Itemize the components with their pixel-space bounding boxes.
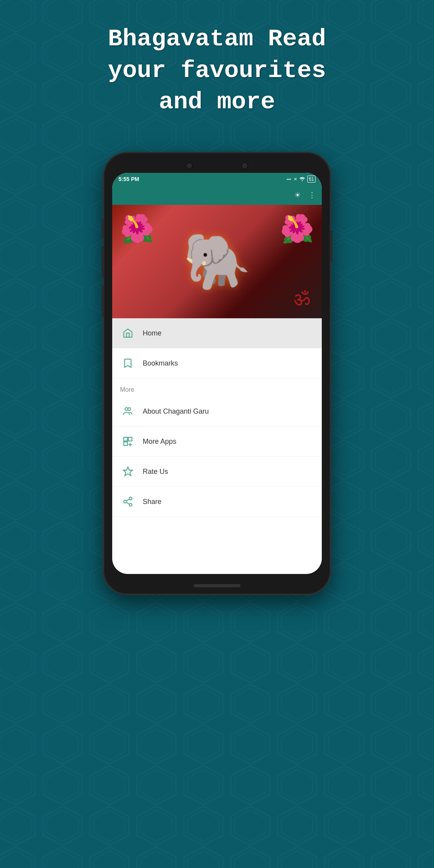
mute-button <box>102 219 104 239</box>
menu-item-about[interactable]: About Chaganti Garu <box>112 396 322 427</box>
front-camera <box>186 162 193 169</box>
hero-image: 🌺 🐘 🌺 ॐ <box>112 205 322 318</box>
home-icon <box>120 325 136 341</box>
menu-item-share[interactable]: Share <box>112 487 322 517</box>
group-icon <box>120 404 136 419</box>
om-symbol: ॐ <box>294 287 310 310</box>
menu-item-rate-us[interactable]: Rate Us <box>112 457 322 487</box>
menu-item-bookmarks[interactable]: Bookmarks <box>112 348 322 378</box>
volume-up-button <box>102 246 104 278</box>
svg-point-9 <box>124 500 127 503</box>
svg-line-12 <box>126 499 129 501</box>
home-indicator <box>194 584 240 587</box>
phone-top-bar <box>170 160 264 171</box>
svg-point-1 <box>128 408 131 411</box>
x-icon: ✕ <box>294 177 297 182</box>
power-button <box>330 231 332 262</box>
status-time: 5:55 PM <box>118 176 139 182</box>
status-bar: 5:55 PM ••• ✕ 61 <box>112 173 322 185</box>
brightness-icon[interactable]: ☀ <box>294 191 301 199</box>
phone-screen: 5:55 PM ••• ✕ 61 ☀ ⋮ <box>112 173 322 574</box>
svg-line-11 <box>126 502 129 504</box>
title-line3: and more <box>159 88 275 116</box>
more-apps-label: More Apps <box>143 438 176 446</box>
menu-item-home[interactable]: Home <box>112 318 322 348</box>
section-more: More <box>112 378 322 396</box>
menu-item-more-apps[interactable]: More Apps <box>112 427 322 457</box>
bookmarks-label: Bookmarks <box>143 359 178 368</box>
share-drawer-icon <box>120 494 136 509</box>
svg-point-8 <box>129 497 132 500</box>
app-title: Bhagavatam Read your favourites and more <box>0 23 434 118</box>
more-section-label: More <box>120 386 134 393</box>
star-icon <box>120 464 136 479</box>
title-line2: your favourites <box>108 57 326 84</box>
ganesha-image: 🌺 🐘 🌺 ॐ <box>112 205 322 318</box>
svg-rect-4 <box>124 442 127 445</box>
svg-marker-7 <box>123 467 132 475</box>
app-bar: ☀ ⋮ <box>112 185 322 205</box>
share-label: Share <box>143 498 161 506</box>
about-label: About Chaganti Garu <box>143 407 209 416</box>
overflow-menu-icon[interactable]: ⋮ <box>308 191 316 199</box>
status-icons: ••• ✕ 61 <box>287 176 316 183</box>
wifi-icon <box>299 176 305 182</box>
svg-rect-2 <box>124 438 127 441</box>
phone-bezel: 5:55 PM ••• ✕ 61 ☀ ⋮ <box>104 152 330 594</box>
title-line1: Bhagavatam Read <box>108 25 326 53</box>
svg-point-10 <box>129 504 132 506</box>
earpiece-speaker <box>197 164 237 167</box>
apps-icon <box>120 434 136 449</box>
sensor <box>241 162 248 169</box>
flower-left: 🌺 <box>120 213 154 245</box>
bookmark-icon <box>120 355 136 371</box>
volume-down-button <box>102 285 104 317</box>
rate-us-label: Rate Us <box>143 468 168 476</box>
drawer-menu: Home Bookmarks More <box>112 318 322 574</box>
dots-icon: ••• <box>287 177 291 181</box>
battery-icon: 61 <box>307 176 316 183</box>
phone-mockup: 5:55 PM ••• ✕ 61 ☀ ⋮ <box>104 152 330 594</box>
flower-right: 🌺 <box>280 213 314 245</box>
home-label: Home <box>143 329 161 337</box>
ganesha-figure: 🐘 <box>183 230 251 294</box>
svg-rect-3 <box>128 438 132 441</box>
